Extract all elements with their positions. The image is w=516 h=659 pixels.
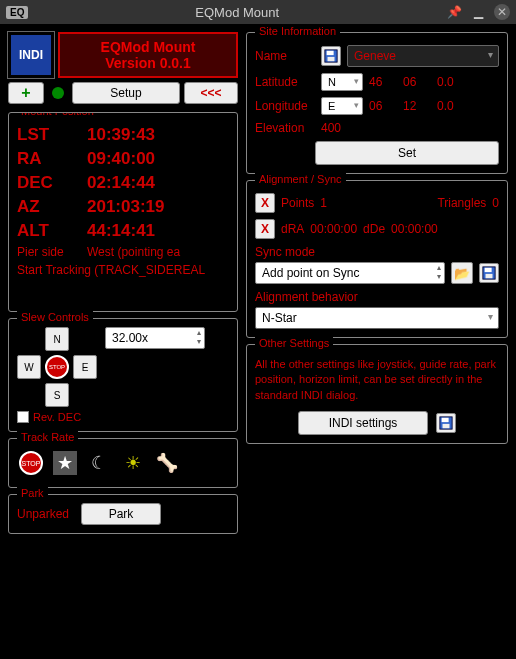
ra-value: 09:40:00 — [87, 149, 229, 169]
pier-side-value: West (pointing ea — [87, 245, 229, 259]
alt-label: ALT — [17, 221, 87, 241]
pin-icon[interactable]: 📌 — [446, 4, 462, 20]
window-title: EQMod Mount — [28, 5, 446, 20]
save-align-icon[interactable] — [479, 263, 499, 283]
load-align-icon[interactable] — [451, 262, 473, 284]
slew-south-button[interactable]: S — [45, 383, 69, 407]
site-information-panel: Site Information Name Geneve Latitude N … — [246, 32, 508, 174]
site-information-title: Site Information — [255, 25, 340, 37]
points-value: 1 — [320, 196, 327, 210]
status-indicator-icon — [52, 87, 64, 99]
other-settings-title: Other Settings — [255, 337, 333, 349]
slew-controls-panel: Slew Controls N S W E STOP 32.00x Rev. D… — [8, 318, 238, 432]
latitude-deg[interactable]: 46 — [369, 75, 397, 89]
elevation-label: Elevation — [255, 121, 315, 135]
site-name-label: Name — [255, 49, 315, 63]
slew-stop-button[interactable]: STOP — [45, 355, 69, 379]
dde-value: 00:00:00 — [391, 222, 438, 236]
longitude-label: Longitude — [255, 99, 315, 113]
other-settings-panel: Other Settings All the other settings li… — [246, 344, 508, 444]
longitude-ew-combo[interactable]: E — [321, 97, 363, 115]
track-rate-panel: Track Rate STOP ★ ☾ ☀ 🦴 — [8, 438, 238, 488]
latitude-ns-combo[interactable]: N — [321, 73, 363, 91]
clear-delta-button[interactable]: X — [255, 219, 275, 239]
slew-dpad: N S W E STOP — [17, 327, 97, 407]
latitude-min[interactable]: 06 — [403, 75, 431, 89]
slew-north-button[interactable]: N — [45, 327, 69, 351]
setup-button[interactable]: Setup — [72, 82, 180, 104]
clear-points-button[interactable]: X — [255, 193, 275, 213]
dra-value: 00:00:00 — [310, 222, 357, 236]
sync-mode-label: Sync mode — [255, 245, 499, 259]
az-value: 201:03:19 — [87, 197, 229, 217]
park-status: Unparked — [17, 507, 69, 521]
sync-mode-combo[interactable]: Add point on Sync — [255, 262, 445, 284]
park-panel: Park Unparked Park — [8, 494, 238, 534]
track-stop-icon[interactable]: STOP — [19, 451, 43, 475]
track-custom-icon[interactable]: 🦴 — [155, 451, 179, 475]
rev-dec-checkbox[interactable] — [17, 411, 29, 423]
slew-rate-spinbox[interactable]: 32.00x — [105, 327, 205, 349]
latitude-label: Latitude — [255, 75, 315, 89]
other-save-icon[interactable] — [436, 413, 456, 433]
longitude-sec[interactable]: 0.0 — [437, 99, 465, 113]
alt-value: 44:14:41 — [87, 221, 229, 241]
alignment-title: Alignment / Sync — [255, 173, 346, 185]
site-save-icon[interactable] — [321, 46, 341, 66]
alignment-behavior-label: Alignment behavior — [255, 290, 499, 304]
version-line1: EQMod Mount — [62, 39, 234, 55]
slew-west-button[interactable]: W — [17, 355, 41, 379]
minimize-icon[interactable]: ▁ — [470, 4, 486, 20]
slew-controls-title: Slew Controls — [17, 311, 93, 323]
dra-label: dRA — [281, 222, 304, 236]
track-solar-icon[interactable]: ☀ — [121, 451, 145, 475]
close-icon[interactable]: ✕ — [494, 4, 510, 20]
rev-dec-label: Rev. DEC — [33, 411, 81, 423]
add-button[interactable]: + — [8, 82, 44, 104]
mount-position-title: Mount Position — [17, 112, 98, 117]
site-set-button[interactable]: Set — [315, 141, 499, 165]
svg-rect-8 — [443, 424, 450, 428]
svg-rect-5 — [486, 274, 493, 278]
svg-rect-7 — [442, 418, 449, 422]
tracking-status: Start Tracking (TRACK_SIDEREAL — [17, 263, 229, 277]
svg-rect-2 — [328, 57, 335, 61]
version-line2: Version 0.0.1 — [62, 55, 234, 71]
ra-label: RA — [17, 149, 87, 169]
park-button[interactable]: Park — [81, 503, 161, 525]
app-badge: EQ — [6, 6, 28, 19]
svg-rect-4 — [485, 268, 492, 272]
lst-label: LST — [17, 125, 87, 145]
svg-rect-1 — [327, 51, 334, 55]
slew-east-button[interactable]: E — [73, 355, 97, 379]
longitude-min[interactable]: 12 — [403, 99, 431, 113]
lst-value: 10:39:43 — [87, 125, 229, 145]
indi-logo: INDI — [8, 32, 54, 78]
track-rate-title: Track Rate — [17, 431, 78, 443]
dec-value: 02:14:44 — [87, 173, 229, 193]
indi-settings-button[interactable]: INDI settings — [298, 411, 428, 435]
collapse-button[interactable]: <<< — [184, 82, 238, 104]
version-box: EQMod Mount Version 0.0.1 — [58, 32, 238, 78]
dde-label: dDe — [363, 222, 385, 236]
track-lunar-icon[interactable]: ☾ — [87, 451, 111, 475]
elevation-value[interactable]: 400 — [321, 121, 341, 135]
triangles-label: Triangles — [437, 196, 486, 210]
triangles-value: 0 — [492, 196, 499, 210]
latitude-sec[interactable]: 0.0 — [437, 75, 465, 89]
pier-side-label: Pier side — [17, 245, 87, 259]
points-label: Points — [281, 196, 314, 210]
park-title: Park — [17, 487, 48, 499]
az-label: AZ — [17, 197, 87, 217]
alignment-behavior-combo[interactable]: N-Star — [255, 307, 499, 329]
other-settings-text: All the other settings like joystick, gu… — [255, 357, 499, 403]
mount-position-panel: Mount Position LST 10:39:43 RA 09:40:00 … — [8, 112, 238, 312]
alignment-panel: Alignment / Sync X Points 1 Triangles 0 … — [246, 180, 508, 338]
longitude-deg[interactable]: 06 — [369, 99, 397, 113]
site-name-combo[interactable]: Geneve — [347, 45, 499, 67]
track-sidereal-icon[interactable]: ★ — [53, 451, 77, 475]
dec-label: DEC — [17, 173, 87, 193]
